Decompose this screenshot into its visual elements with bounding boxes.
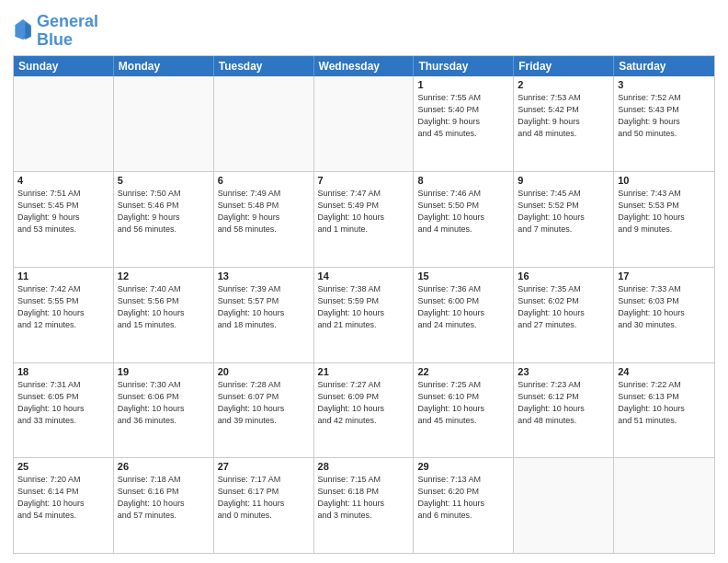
logo-icon xyxy=(15,19,31,40)
day-number: 10 xyxy=(618,175,711,186)
calendar-cell: 15Sunrise: 7:36 AMSunset: 6:00 PMDayligh… xyxy=(414,268,514,362)
day-info: Sunrise: 7:46 AMSunset: 5:50 PMDaylight:… xyxy=(417,188,509,236)
day-number: 23 xyxy=(518,366,609,377)
calendar-cell: 26Sunrise: 7:18 AMSunset: 6:16 PMDayligh… xyxy=(114,458,214,553)
day-number: 14 xyxy=(318,270,410,282)
calendar-cell xyxy=(614,458,714,553)
day-info: Sunrise: 7:31 AMSunset: 6:05 PMDaylight:… xyxy=(17,379,109,427)
day-number: 29 xyxy=(417,461,509,472)
day-info: Sunrise: 7:36 AMSunset: 6:00 PMDaylight:… xyxy=(417,283,509,331)
day-number: 20 xyxy=(218,366,310,377)
calendar-cell: 16Sunrise: 7:35 AMSunset: 6:02 PMDayligh… xyxy=(514,268,614,362)
day-number: 12 xyxy=(118,270,210,282)
page: General Blue SundayMondayTuesdayWednesda… xyxy=(0,0,728,563)
header-cell-monday: Monday xyxy=(114,56,214,76)
day-info: Sunrise: 7:20 AMSunset: 6:14 PMDaylight:… xyxy=(17,474,109,522)
day-info: Sunrise: 7:53 AMSunset: 5:42 PMDaylight:… xyxy=(518,92,609,140)
day-number: 3 xyxy=(618,79,711,90)
day-info: Sunrise: 7:38 AMSunset: 5:59 PMDaylight:… xyxy=(318,283,410,331)
day-info: Sunrise: 7:22 AMSunset: 6:13 PMDaylight:… xyxy=(618,379,711,427)
day-info: Sunrise: 7:30 AMSunset: 6:06 PMDaylight:… xyxy=(118,379,210,427)
day-number: 22 xyxy=(417,366,509,377)
calendar-cell xyxy=(214,76,314,172)
day-number: 17 xyxy=(618,270,711,282)
calendar-row: 4Sunrise: 7:51 AMSunset: 5:45 PMDaylight… xyxy=(14,171,714,267)
calendar-body: 1Sunrise: 7:55 AMSunset: 5:40 PMDaylight… xyxy=(14,76,714,553)
calendar-row: 11Sunrise: 7:42 AMSunset: 5:55 PMDayligh… xyxy=(14,267,714,362)
header-cell-sunday: Sunday xyxy=(14,56,114,76)
day-number: 5 xyxy=(118,175,210,186)
logo-text2: Blue xyxy=(37,31,98,50)
day-info: Sunrise: 7:55 AMSunset: 5:40 PMDaylight:… xyxy=(417,92,509,140)
calendar-cell: 3Sunrise: 7:52 AMSunset: 5:43 PMDaylight… xyxy=(614,76,714,172)
day-info: Sunrise: 7:23 AMSunset: 6:12 PMDaylight:… xyxy=(518,379,609,427)
day-info: Sunrise: 7:40 AMSunset: 5:56 PMDaylight:… xyxy=(118,283,210,331)
day-info: Sunrise: 7:18 AMSunset: 6:16 PMDaylight:… xyxy=(118,474,210,522)
day-number: 11 xyxy=(17,270,109,282)
calendar-cell: 7Sunrise: 7:47 AMSunset: 5:49 PMDaylight… xyxy=(314,172,415,267)
calendar-cell: 10Sunrise: 7:43 AMSunset: 5:53 PMDayligh… xyxy=(614,172,714,267)
logo-text: General xyxy=(37,13,98,31)
calendar-cell: 21Sunrise: 7:27 AMSunset: 6:09 PMDayligh… xyxy=(314,363,415,458)
calendar: SundayMondayTuesdayWednesdayThursdayFrid… xyxy=(13,55,715,554)
day-info: Sunrise: 7:15 AMSunset: 6:18 PMDaylight:… xyxy=(318,474,410,522)
day-info: Sunrise: 7:28 AMSunset: 6:07 PMDaylight:… xyxy=(218,379,310,427)
calendar-cell: 5Sunrise: 7:50 AMSunset: 5:46 PMDaylight… xyxy=(114,172,214,267)
calendar-cell xyxy=(114,76,214,172)
calendar-cell: 27Sunrise: 7:17 AMSunset: 6:17 PMDayligh… xyxy=(214,458,314,553)
day-info: Sunrise: 7:43 AMSunset: 5:53 PMDaylight:… xyxy=(618,188,711,236)
day-info: Sunrise: 7:47 AMSunset: 5:49 PMDaylight:… xyxy=(318,188,410,236)
day-number: 13 xyxy=(218,270,310,282)
calendar-cell: 18Sunrise: 7:31 AMSunset: 6:05 PMDayligh… xyxy=(14,363,114,458)
calendar-cell: 24Sunrise: 7:22 AMSunset: 6:13 PMDayligh… xyxy=(614,363,714,458)
calendar-cell xyxy=(314,76,415,172)
calendar-cell: 28Sunrise: 7:15 AMSunset: 6:18 PMDayligh… xyxy=(314,458,415,553)
day-number: 21 xyxy=(318,366,410,377)
calendar-header: SundayMondayTuesdayWednesdayThursdayFrid… xyxy=(14,56,714,76)
calendar-cell: 9Sunrise: 7:45 AMSunset: 5:52 PMDaylight… xyxy=(514,172,614,267)
day-number: 18 xyxy=(17,366,109,377)
calendar-cell: 6Sunrise: 7:49 AMSunset: 5:48 PMDaylight… xyxy=(214,172,314,267)
calendar-cell: 23Sunrise: 7:23 AMSunset: 6:12 PMDayligh… xyxy=(514,363,614,458)
calendar-cell: 4Sunrise: 7:51 AMSunset: 5:45 PMDaylight… xyxy=(14,172,114,267)
day-number: 15 xyxy=(417,270,509,282)
day-number: 8 xyxy=(417,175,509,186)
calendar-cell: 11Sunrise: 7:42 AMSunset: 5:55 PMDayligh… xyxy=(14,268,114,362)
day-number: 1 xyxy=(417,79,509,90)
calendar-cell: 13Sunrise: 7:39 AMSunset: 5:57 PMDayligh… xyxy=(214,268,314,362)
day-number: 24 xyxy=(618,366,711,377)
day-number: 25 xyxy=(17,461,109,472)
calendar-cell: 25Sunrise: 7:20 AMSunset: 6:14 PMDayligh… xyxy=(14,458,114,553)
day-info: Sunrise: 7:27 AMSunset: 6:09 PMDaylight:… xyxy=(318,379,410,427)
day-info: Sunrise: 7:51 AMSunset: 5:45 PMDaylight:… xyxy=(17,188,109,236)
day-number: 27 xyxy=(218,461,310,472)
day-number: 4 xyxy=(17,175,109,186)
header-cell-wednesday: Wednesday xyxy=(314,56,415,76)
calendar-cell: 20Sunrise: 7:28 AMSunset: 6:07 PMDayligh… xyxy=(214,363,314,458)
header: General Blue xyxy=(13,9,715,50)
day-info: Sunrise: 7:25 AMSunset: 6:10 PMDaylight:… xyxy=(417,379,509,427)
day-info: Sunrise: 7:13 AMSunset: 6:20 PMDaylight:… xyxy=(417,474,509,522)
day-number: 19 xyxy=(118,366,210,377)
day-number: 26 xyxy=(118,461,210,472)
day-info: Sunrise: 7:42 AMSunset: 5:55 PMDaylight:… xyxy=(17,283,109,331)
calendar-cell: 1Sunrise: 7:55 AMSunset: 5:40 PMDaylight… xyxy=(414,76,514,172)
calendar-cell: 29Sunrise: 7:13 AMSunset: 6:20 PMDayligh… xyxy=(414,458,514,553)
day-info: Sunrise: 7:52 AMSunset: 5:43 PMDaylight:… xyxy=(618,92,711,140)
calendar-cell: 14Sunrise: 7:38 AMSunset: 5:59 PMDayligh… xyxy=(314,268,415,362)
header-cell-tuesday: Tuesday xyxy=(214,56,314,76)
calendar-cell: 19Sunrise: 7:30 AMSunset: 6:06 PMDayligh… xyxy=(114,363,214,458)
calendar-row: 25Sunrise: 7:20 AMSunset: 6:14 PMDayligh… xyxy=(14,457,714,553)
calendar-row: 1Sunrise: 7:55 AMSunset: 5:40 PMDaylight… xyxy=(14,76,714,172)
logo: General Blue xyxy=(13,13,98,50)
calendar-cell: 22Sunrise: 7:25 AMSunset: 6:10 PMDayligh… xyxy=(414,363,514,458)
calendar-row: 18Sunrise: 7:31 AMSunset: 6:05 PMDayligh… xyxy=(14,362,714,458)
day-info: Sunrise: 7:39 AMSunset: 5:57 PMDaylight:… xyxy=(218,283,310,331)
day-info: Sunrise: 7:17 AMSunset: 6:17 PMDaylight:… xyxy=(218,474,310,522)
day-info: Sunrise: 7:45 AMSunset: 5:52 PMDaylight:… xyxy=(518,188,609,236)
day-number: 2 xyxy=(518,79,609,90)
day-number: 16 xyxy=(518,270,609,282)
day-info: Sunrise: 7:50 AMSunset: 5:46 PMDaylight:… xyxy=(118,188,210,236)
header-cell-thursday: Thursday xyxy=(414,56,514,76)
calendar-cell: 8Sunrise: 7:46 AMSunset: 5:50 PMDaylight… xyxy=(414,172,514,267)
